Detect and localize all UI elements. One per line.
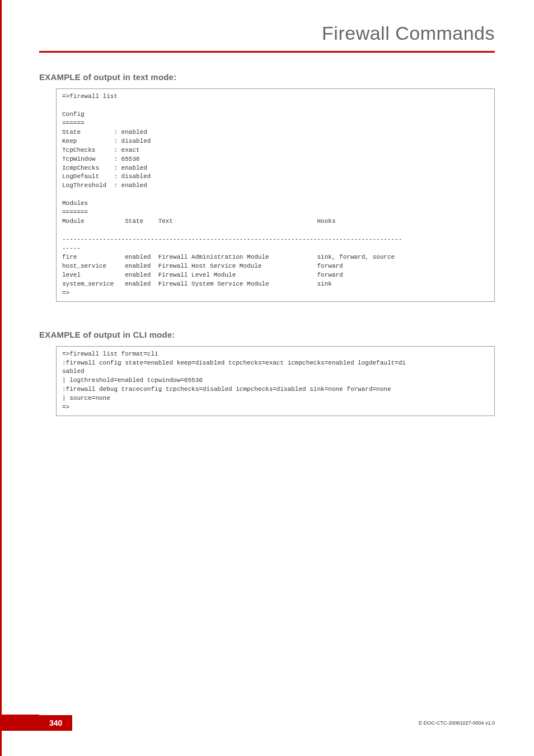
page-container: Firewall Commands EXAMPLE of output in t…: [0, 0, 534, 756]
page-footer: 340 E-DOC-CTC-20061027-0004 v1.0: [39, 715, 495, 731]
code-block-cli-mode: =>firewall list format=cli :firewall con…: [56, 346, 495, 417]
section-heading-text-mode: EXAMPLE of output in text mode:: [39, 72, 495, 82]
document-id: E-DOC-CTC-20061027-0004 v1.0: [419, 720, 495, 726]
section-heading-cli-mode: EXAMPLE of output in CLI mode:: [39, 330, 495, 339]
header-title: Firewall Commands: [39, 22, 495, 44]
page-header: Firewall Commands: [39, 22, 495, 53]
footer-red-bar: [0, 715, 39, 731]
code-block-text-mode: =>firewall list Config ====== State : en…: [56, 88, 495, 302]
page-number: 340: [39, 715, 72, 731]
